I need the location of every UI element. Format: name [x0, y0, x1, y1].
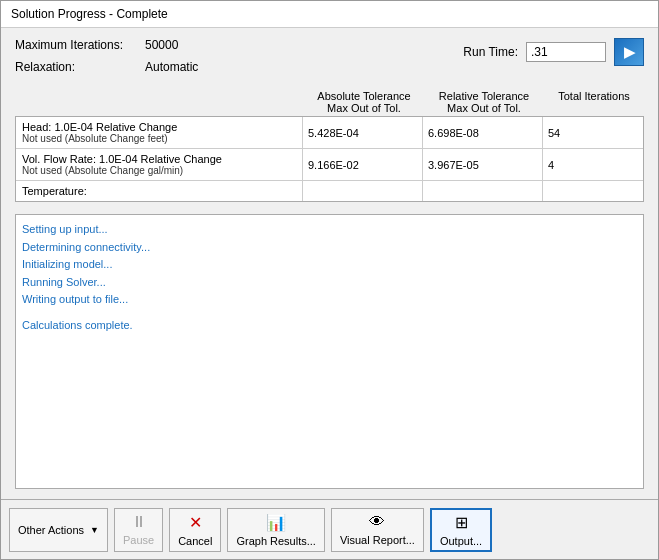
dropdown-arrow-icon: ▼: [90, 525, 99, 535]
run-time-label: Run Time:: [463, 45, 518, 59]
run-time-button[interactable]: ▶: [614, 38, 644, 66]
other-actions-label: Other Actions: [18, 524, 84, 536]
top-section: Maximum Iterations: 50000 Relaxation: Au…: [15, 38, 644, 74]
window-title: Solution Progress - Complete: [11, 7, 168, 21]
visual-report-label: Visual Report...: [340, 534, 415, 546]
cancel-button[interactable]: ✕ Cancel: [169, 508, 221, 552]
row1-abs-tol[interactable]: [303, 117, 423, 148]
table-row: Temperature:: [16, 181, 643, 201]
title-bar: Solution Progress - Complete: [1, 1, 658, 28]
table-header: Absolute Tolerance Max Out of Tol. Relat…: [15, 90, 644, 114]
row2-label: Vol. Flow Rate: 1.0E-04 Relative Change …: [16, 149, 303, 180]
content-area: Maximum Iterations: 50000 Relaxation: Au…: [1, 28, 658, 499]
row3-label: Temperature:: [16, 181, 303, 201]
log-blank-line: [22, 309, 637, 317]
log-line: Writing output to file...: [22, 291, 637, 309]
log-line-complete: Calculations complete.: [22, 317, 637, 335]
max-iterations-label: Maximum Iterations:: [15, 38, 135, 52]
row2-abs-tol[interactable]: [303, 149, 423, 180]
cancel-label: Cancel: [178, 535, 212, 547]
other-actions-button[interactable]: Other Actions ▼: [9, 508, 108, 552]
log-line: Determining connectivity...: [22, 239, 637, 257]
col1-header: Absolute Tolerance Max Out of Tol.: [304, 90, 424, 114]
top-left-fields: Maximum Iterations: 50000 Relaxation: Au…: [15, 38, 198, 74]
table-row: Head: 1.0E-04 Relative Change Not used (…: [16, 117, 643, 149]
data-table: Head: 1.0E-04 Relative Change Not used (…: [15, 116, 644, 202]
log-line: Initializing model...: [22, 256, 637, 274]
relaxation-value: Automatic: [145, 60, 198, 74]
row1-label: Head: 1.0E-04 Relative Change Not used (…: [16, 117, 303, 148]
row3-abs-tol[interactable]: [303, 181, 423, 201]
graph-results-button[interactable]: 📊 Graph Results...: [227, 508, 324, 552]
max-iterations-value: 50000: [145, 38, 178, 52]
footer-toolbar: Other Actions ▼ ⏸ Pause ✕ Cancel 📊 Graph…: [1, 499, 658, 559]
max-iterations-row: Maximum Iterations: 50000: [15, 38, 198, 52]
row1-rel-tol[interactable]: [423, 117, 543, 148]
col2-header: Relative Tolerance Max Out of Tol.: [424, 90, 544, 114]
row2-total-iter[interactable]: [543, 149, 643, 180]
pause-icon: ⏸: [131, 513, 147, 531]
row2-rel-tol[interactable]: [423, 149, 543, 180]
output-button[interactable]: ⊞ Output...: [430, 508, 492, 552]
tolerance-table-section: Absolute Tolerance Max Out of Tol. Relat…: [15, 90, 644, 202]
row3-rel-tol[interactable]: [423, 181, 543, 201]
main-window: Solution Progress - Complete Maximum Ite…: [0, 0, 659, 560]
visual-report-button[interactable]: 👁 Visual Report...: [331, 508, 424, 552]
output-icon: ⊞: [455, 513, 468, 532]
pause-label: Pause: [123, 534, 154, 546]
output-label: Output...: [440, 535, 482, 547]
relaxation-label: Relaxation:: [15, 60, 135, 74]
log-box: Setting up input... Determining connecti…: [15, 214, 644, 489]
table-row: Vol. Flow Rate: 1.0E-04 Relative Change …: [16, 149, 643, 181]
col3-header: Total Iterations: [544, 90, 644, 114]
graph-icon: 📊: [266, 513, 286, 532]
row3-total-iter[interactable]: [543, 181, 643, 201]
run-time-section: Run Time: ▶: [463, 38, 644, 66]
cancel-icon: ✕: [189, 513, 202, 532]
visual-report-icon: 👁: [369, 513, 385, 531]
relaxation-row: Relaxation: Automatic: [15, 60, 198, 74]
log-line: Setting up input...: [22, 221, 637, 239]
run-time-input[interactable]: [526, 42, 606, 62]
row1-total-iter[interactable]: [543, 117, 643, 148]
log-line: Running Solver...: [22, 274, 637, 292]
pause-button[interactable]: ⏸ Pause: [114, 508, 163, 552]
run-time-icon: ▶: [624, 44, 635, 60]
graph-results-label: Graph Results...: [236, 535, 315, 547]
